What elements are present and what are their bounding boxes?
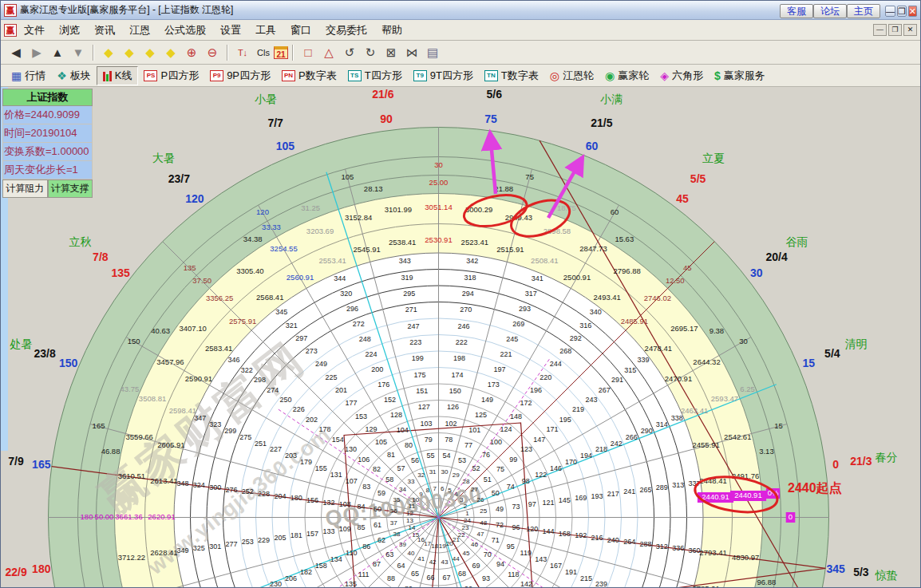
rotate-cw-icon[interactable]: ↻ — [361, 44, 380, 61]
mdi-close-button[interactable]: ✕ — [903, 24, 917, 36]
svg-text:169: 169 — [575, 494, 587, 502]
svg-text:55: 55 — [426, 452, 434, 460]
svg-text:43.75: 43.75 — [121, 385, 140, 393]
svg-text:2440起点: 2440起点 — [788, 481, 842, 495]
nav-down-icon[interactable]: ▼ — [69, 44, 88, 61]
rotate-ccw-icon[interactable]: ↺ — [340, 44, 359, 61]
range-tool-icon[interactable]: T↓ — [233, 44, 252, 61]
svg-text:2568.41: 2568.41 — [256, 293, 283, 302]
svg-text:241: 241 — [623, 487, 635, 495]
menu-item-文件[interactable]: 文件 — [17, 22, 52, 38]
svg-text:317: 317 — [525, 290, 537, 298]
square-tool-icon[interactable]: □ — [298, 44, 318, 61]
zoom-out-icon[interactable]: ⊖ — [203, 44, 222, 61]
expand-icon[interactable]: ⊠ — [381, 44, 401, 61]
close-button[interactable]: ✕ — [908, 6, 917, 17]
menu-item-公式选股[interactable]: 公式选股 — [157, 22, 213, 38]
board-icon[interactable]: ▤ — [423, 44, 442, 61]
gann-wheel[interactable]: 赢家财富网www.yingjia360.comQQ:10080036012345… — [1, 87, 921, 588]
app-logo-icon: 赢 — [4, 4, 17, 17]
window-title: 赢家江恩专业版[赢家服务平台] - [上证指数 江恩轮] — [20, 3, 233, 17]
svg-text:150: 150 — [128, 337, 140, 345]
cls-button[interactable]: Cls — [254, 44, 273, 61]
t-table-button[interactable]: TNT数字表 — [479, 67, 544, 85]
menu-item-设置[interactable]: 设置 — [213, 22, 248, 38]
menu-item-窗口[interactable]: 窗口 — [283, 22, 318, 38]
svg-text:2575.91: 2575.91 — [229, 317, 256, 326]
svg-text:22/9: 22/9 — [5, 566, 26, 578]
customer-service-button[interactable]: 客服 — [780, 4, 813, 18]
svg-text:199: 199 — [412, 354, 424, 362]
p-table-button[interactable]: PNP数字表 — [276, 67, 342, 85]
p9-square-button[interactable]: P99P四方形 — [204, 67, 276, 85]
p-table-button-label: P数字表 — [298, 69, 337, 83]
svg-text:156: 156 — [306, 496, 318, 504]
svg-text:2538.41: 2538.41 — [389, 238, 416, 247]
t9-square-button[interactable]: T99T四方形 — [408, 67, 479, 85]
svg-text:63: 63 — [385, 551, 393, 558]
p-square-button[interactable]: PSP四方形 — [138, 67, 204, 85]
svg-text:251: 251 — [255, 440, 267, 448]
titlebar-buttons: 客服论坛主页 — [780, 3, 880, 18]
shrink-icon[interactable]: ⋈ — [402, 44, 421, 61]
menu-item-帮助[interactable]: 帮助 — [374, 22, 409, 38]
svg-text:172: 172 — [520, 399, 532, 407]
minimize-button[interactable]: — — [885, 6, 895, 17]
svg-text:180: 180 — [32, 562, 51, 575]
kline-button[interactable]: K线 — [97, 66, 139, 85]
quotes-button[interactable]: ▦行情 — [6, 67, 51, 85]
calendar-icon[interactable]: 21 — [274, 46, 288, 59]
svg-text:45: 45 — [683, 263, 692, 272]
svg-text:180: 180 — [291, 494, 302, 502]
svg-text:88: 88 — [387, 574, 395, 582]
diamond-left-icon[interactable]: ◆ — [99, 44, 118, 61]
menu-item-工具[interactable]: 工具 — [248, 22, 283, 38]
diamond-up-icon[interactable]: ◆ — [140, 44, 160, 61]
winner-service-button[interactable]: $赢家服务 — [709, 67, 771, 85]
menu-item-交易委托[interactable]: 交易委托 — [318, 22, 374, 38]
hexagon-button[interactable]: ◈六角形 — [654, 67, 709, 85]
svg-text:152: 152 — [384, 396, 396, 404]
menu-item-浏览[interactable]: 浏览 — [52, 22, 87, 38]
pn-badge-icon: PN — [282, 70, 295, 81]
svg-text:79: 79 — [425, 436, 433, 444]
nav-next-icon[interactable]: ▶ — [27, 44, 46, 61]
menu-item-江恩[interactable]: 江恩 — [122, 22, 157, 38]
svg-text:2695.17: 2695.17 — [670, 324, 698, 333]
svg-text:30: 30 — [750, 266, 763, 279]
nav-up-icon[interactable]: ▲ — [48, 44, 67, 61]
calc-support-button[interactable]: 计算支撑 — [48, 180, 93, 198]
diamond-down-icon[interactable]: ◆ — [161, 44, 180, 61]
calc-resistance-button[interactable]: 计算阻力 — [2, 180, 48, 198]
mdi-minimize-button[interactable]: — — [873, 24, 887, 36]
svg-text:5/3: 5/3 — [853, 566, 869, 578]
svg-text:191: 191 — [565, 568, 577, 576]
t-square-button[interactable]: TST四方形 — [342, 67, 408, 85]
svg-text:3508.81: 3508.81 — [139, 394, 166, 403]
diamond-right-icon[interactable]: ◆ — [120, 44, 139, 61]
svg-text:30: 30 — [434, 160, 443, 169]
triangle-tool-icon[interactable]: △ — [319, 44, 338, 61]
svg-text:2644.32: 2644.32 — [693, 357, 720, 366]
menu-item-资讯[interactable]: 资讯 — [87, 22, 122, 38]
svg-text:2847.73: 2847.73 — [579, 244, 607, 253]
svg-text:288: 288 — [639, 540, 651, 548]
winner-wheel-button[interactable]: ◉赢家轮 — [599, 67, 654, 85]
svg-text:242: 242 — [611, 440, 623, 448]
homepage-button[interactable]: 主页 — [847, 4, 880, 18]
restore-button[interactable]: ❐ — [897, 6, 907, 17]
nav-prev-icon[interactable]: ◀ — [6, 44, 26, 61]
svg-text:109: 109 — [339, 525, 351, 533]
gann-wheel-button[interactable]: ◎江恩轮 — [544, 67, 599, 85]
svg-text:2793.41: 2793.41 — [699, 548, 726, 557]
svg-text:227: 227 — [270, 445, 282, 453]
zoom-in-icon[interactable]: ⊕ — [182, 44, 201, 61]
svg-text:2620.91: 2620.91 — [148, 512, 175, 521]
forum-button[interactable]: 论坛 — [813, 4, 847, 18]
svg-text:81: 81 — [387, 451, 395, 459]
svg-text:124: 124 — [500, 425, 512, 433]
svg-text:47: 47 — [476, 531, 484, 538]
mdi-restore-button[interactable]: ❐ — [888, 24, 902, 36]
sectors-button[interactable]: ❖板块 — [51, 67, 97, 85]
toolbar-modules: ▦行情❖板块K线PSP四方形P99P四方形PNP数字表TST四方形T99T四方形… — [1, 65, 920, 87]
